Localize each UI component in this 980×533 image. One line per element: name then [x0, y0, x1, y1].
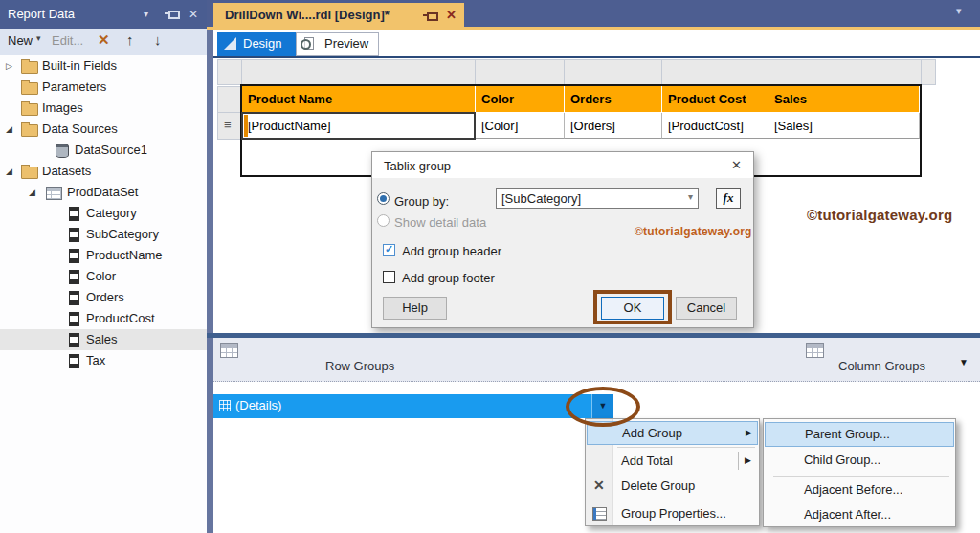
add-group-footer-label: Add group footer [402, 271, 495, 285]
group-by-radio[interactable] [377, 192, 390, 205]
data-cell-orders[interactable]: [Orders] [565, 113, 662, 139]
row-handle-icon: ≡ [224, 118, 232, 132]
header-cell-product-cost[interactable]: Product Cost [662, 86, 768, 112]
tree-item-tax[interactable]: Tax [0, 350, 207, 371]
tree-item-label: Built-in Fields [42, 56, 117, 77]
field-icon [69, 249, 79, 263]
combo-arrow-icon[interactable]: ▾ [688, 191, 693, 202]
tree-item-productcost[interactable]: ProductCost [0, 308, 207, 329]
edit-button[interactable]: Edit... [52, 33, 83, 48]
field-icon [69, 207, 79, 221]
tablix-group-dialog: Tablix group ✕ Group by: [SubCategory] ▾… [371, 151, 754, 328]
details-group-label: (Details) [235, 398, 281, 412]
column-handle[interactable] [475, 59, 565, 85]
delete-icon[interactable]: ✕ [98, 32, 110, 49]
panel-splitter[interactable] [207, 30, 213, 533]
data-cell-sales[interactable]: [Sales] [768, 113, 920, 139]
move-up-icon[interactable]: ↑ [126, 32, 134, 48]
column-handle[interactable] [768, 59, 922, 85]
tree-item-built-in-fields[interactable]: ▷ Built-in Fields [0, 56, 207, 77]
column-handle[interactable] [661, 59, 768, 85]
move-down-icon[interactable]: ↓ [154, 32, 162, 48]
tree-item-proddataset[interactable]: ◢ ProdDataSet [0, 182, 207, 203]
row-groups-icon [220, 343, 238, 358]
column-handle[interactable] [564, 59, 662, 85]
table-corner-handle[interactable] [217, 59, 242, 85]
report-data-toolbar: New ▾ Edit... ✕ ↑ ↓ [0, 29, 207, 56]
header-cell-sales[interactable]: Sales [768, 86, 920, 112]
tree-item-subcategory[interactable]: SubCategory [0, 224, 207, 245]
add-group-footer-checkbox[interactable] [383, 271, 395, 283]
tab-design[interactable]: Design [217, 32, 296, 56]
tab-pin-icon[interactable] [427, 12, 438, 21]
row-groups-label: Row Groups [325, 359, 394, 373]
dialog-close-icon[interactable]: ✕ [731, 158, 742, 172]
tree-item-orders[interactable]: Orders [0, 287, 207, 308]
submenu-item-child-group[interactable]: Child Group... [765, 448, 954, 473]
tree-item-parameters[interactable]: Parameters [0, 77, 207, 98]
cancel-button[interactable]: Cancel [676, 297, 737, 320]
panel-menu-chevron-icon[interactable]: ▾ [144, 0, 148, 29]
new-button[interactable]: New [8, 33, 33, 48]
add-group-header-checkbox[interactable] [383, 244, 395, 256]
header-cell-orders[interactable]: Orders [565, 86, 662, 112]
expand-arrow-icon[interactable]: ◢ [6, 161, 12, 182]
new-chevron-icon[interactable]: ▾ [36, 33, 41, 43]
field-icon [69, 354, 79, 368]
grouping-pane-chevron-icon[interactable]: ▼ [959, 357, 969, 367]
report-data-panel-titlebar: Report Data ▾ ✕ [0, 0, 207, 29]
menu-item-add-total[interactable]: Add Total ▶ [587, 449, 758, 473]
collapse-arrow-icon[interactable]: ▷ [6, 56, 12, 77]
ssrs-report-designer-window: Report Data ▾ ✕ New ▾ Edit... ✕ ↑ ↓ ▷ Bu… [0, 0, 980, 533]
tree-item-datasource1[interactable]: DataSource1 [0, 140, 207, 161]
menu-item-add-group[interactable]: Add Group ▶ [587, 421, 758, 445]
tree-item-label: DataSource1 [75, 140, 147, 161]
tree-item-label: Data Sources [42, 119, 118, 140]
tree-item-images[interactable]: Images [0, 98, 207, 119]
data-cell-productcost[interactable]: [ProductCost] [662, 113, 768, 139]
tree-item-sales[interactable]: Sales [0, 329, 207, 350]
details-dropdown-button[interactable]: ▼ [591, 394, 613, 418]
tree-item-productname[interactable]: ProductName [0, 245, 207, 266]
data-cell-productname[interactable]: [ProductName] [242, 113, 476, 139]
tree-item-label: ProdDataSet [67, 182, 138, 203]
tree-item-category[interactable]: Category [0, 203, 207, 224]
folder-icon [21, 61, 38, 74]
expression-fx-button[interactable]: fx [716, 188, 741, 209]
submenu-item-parent-group[interactable]: Parent Group... [765, 422, 954, 447]
expand-arrow-icon[interactable]: ◢ [6, 119, 12, 140]
tree-item-datasets[interactable]: ◢ Datasets [0, 161, 207, 182]
show-detail-radio[interactable] [377, 214, 390, 227]
header-cell-product-name[interactable]: Product Name [242, 86, 476, 112]
menu-item-label: Delete Group [621, 474, 695, 498]
submenu-item-adjacent-after[interactable]: Adjacent After... [765, 502, 954, 527]
group-by-combobox[interactable]: [SubCategory] ▾ [496, 188, 699, 209]
tab-preview[interactable]: Preview [296, 32, 379, 56]
header-cell-color[interactable]: Color [476, 86, 565, 112]
dialog-titlebar[interactable]: Tablix group ✕ [372, 152, 753, 178]
tree-item-label: Color [86, 266, 116, 287]
submenu-item-adjacent-before[interactable]: Adjacent Before... [765, 477, 954, 502]
tree-item-color[interactable]: Color [0, 266, 207, 287]
column-handle[interactable] [241, 59, 476, 85]
column-handle[interactable] [921, 59, 936, 85]
document-tab[interactable]: DrillDown Wi....rdl [Design]* ✕ [213, 3, 464, 30]
panel-pin-icon[interactable] [168, 11, 180, 19]
help-button[interactable]: Help [383, 297, 447, 320]
details-group-row[interactable]: (Details) ▼ [213, 394, 613, 418]
expand-arrow-icon[interactable]: ◢ [29, 182, 35, 203]
ok-button[interactable]: OK [601, 297, 664, 320]
submenu-arrow-icon: ▶ [745, 449, 751, 473]
tree-item-label: Tax [86, 350, 105, 371]
tab-list-chevron-icon[interactable]: ▾ [956, 5, 962, 17]
tree-item-data-sources[interactable]: ◢ Data Sources [0, 119, 207, 140]
panel-close-icon[interactable]: ✕ [189, 0, 198, 29]
tree-item-label: Parameters [42, 77, 106, 98]
design-tab-label: Design [243, 32, 281, 56]
row-handle-header[interactable] [217, 86, 242, 113]
menu-item-delete-group[interactable]: ✕ Delete Group [587, 474, 758, 498]
row-handle-details[interactable]: ≡ [217, 112, 242, 140]
menu-item-group-properties[interactable]: Group Properties... [587, 501, 758, 525]
data-cell-color[interactable]: [Color] [476, 113, 565, 139]
tab-close-icon[interactable]: ✕ [446, 8, 457, 22]
